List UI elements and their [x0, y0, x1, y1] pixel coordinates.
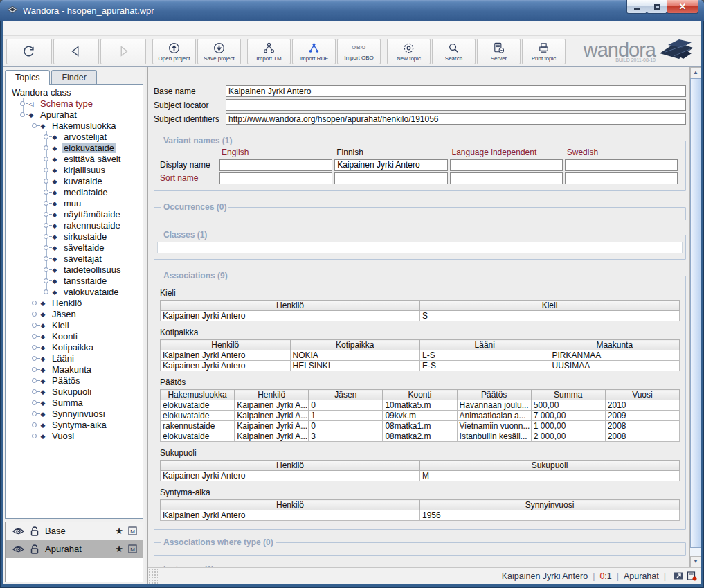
- table-cell[interactable]: Kaipainen Jyrki Antero: [161, 361, 291, 371]
- tree-expand-handle[interactable]: [44, 134, 48, 139]
- table-cell[interactable]: 2 000,00: [531, 431, 605, 442]
- tree-item[interactable]: ◆elokuvataide: [6, 142, 143, 153]
- table-cell[interactable]: 08matka1.m: [383, 421, 457, 431]
- table-row[interactable]: Kaipainen Jyrki AnteroHELSINKIE-SUUSIMAA: [161, 361, 680, 371]
- star-icon[interactable]: ★: [115, 526, 123, 536]
- column-header[interactable]: Henkilö: [161, 500, 420, 510]
- tree-expand-handle[interactable]: [44, 157, 48, 161]
- forward-button[interactable]: [100, 39, 146, 64]
- column-header[interactable]: Henkilö: [161, 340, 291, 350]
- table-cell[interactable]: 3: [309, 431, 383, 442]
- resize-grip[interactable]: [148, 568, 158, 584]
- menu-item[interactable]: [75, 27, 86, 30]
- tree-expand-handle[interactable]: [32, 312, 37, 317]
- menu-item[interactable]: [30, 27, 42, 30]
- tree-expand-handle[interactable]: [20, 101, 25, 106]
- eye-icon[interactable]: [12, 545, 24, 553]
- column-header[interactable]: Maakunta: [550, 340, 680, 350]
- table-cell[interactable]: Kaipainen Jyrki A...: [235, 421, 309, 431]
- print-topic-button[interactable]: Print topic: [522, 39, 566, 64]
- tree-expand-handle[interactable]: [32, 400, 37, 405]
- refresh-button[interactable]: [6, 39, 52, 64]
- tree-expand-handle[interactable]: [44, 201, 48, 206]
- tree-expand-handle[interactable]: [44, 168, 48, 172]
- column-header[interactable]: Lääni: [420, 340, 550, 350]
- tree-expand-handle[interactable]: [44, 223, 48, 228]
- table-row[interactable]: rakennustaideKaipainen Jyrki A...008matk…: [161, 421, 680, 431]
- tree-expand-handle[interactable]: [32, 422, 37, 427]
- table-cell[interactable]: 7 000,00: [531, 411, 605, 421]
- table-cell[interactable]: elokuvataide: [161, 431, 235, 442]
- tree-expand-handle[interactable]: [44, 245, 48, 250]
- table-cell[interactable]: 09kvk.m: [383, 411, 457, 421]
- column-header[interactable]: Koonti: [383, 390, 457, 400]
- menu-item[interactable]: [97, 27, 108, 30]
- table-cell[interactable]: 2010: [605, 400, 679, 411]
- table-cell[interactable]: 10matka5.m: [383, 400, 457, 411]
- column-header[interactable]: Kieli: [420, 301, 680, 311]
- column-header[interactable]: Sukupuoli: [420, 461, 680, 471]
- scrollbar-thumb[interactable]: [690, 78, 701, 548]
- tree-expand-handle[interactable]: [32, 345, 37, 350]
- tree-expand-handle[interactable]: [32, 434, 37, 438]
- display-name-finnish-input[interactable]: [334, 159, 447, 171]
- table-cell[interactable]: 0: [309, 400, 383, 411]
- tree-item[interactable]: ◆kirjallisuus: [6, 164, 143, 175]
- tree-item[interactable]: ◆Henkilö: [6, 297, 143, 308]
- table-cell[interactable]: 2008: [605, 421, 679, 431]
- menu-item[interactable]: [42, 27, 53, 30]
- tab-topics[interactable]: Topics: [5, 70, 50, 85]
- tree-expand-handle[interactable]: [44, 289, 48, 294]
- tree-expand-handle[interactable]: [32, 356, 37, 361]
- class-item[interactable]: [157, 242, 683, 253]
- table-cell[interactable]: UUSIMAA: [550, 361, 680, 371]
- tree-item[interactable]: ◁Schema type: [6, 98, 143, 109]
- tree-item[interactable]: ◆Summa: [6, 397, 143, 408]
- association-type-label[interactable]: Päätös: [160, 377, 680, 387]
- tree-item[interactable]: ◆Apurahat: [6, 109, 143, 120]
- tree-item[interactable]: ◆säveltäjät: [6, 253, 143, 264]
- table-cell[interactable]: M: [420, 471, 680, 481]
- tree-expand-handle[interactable]: [44, 278, 48, 283]
- menu-item[interactable]: [19, 27, 30, 30]
- table-cell[interactable]: E-S: [420, 361, 550, 371]
- column-header[interactable]: Hakemusluokka: [161, 390, 235, 400]
- table-cell[interactable]: 500,00: [531, 400, 605, 411]
- association-type-label[interactable]: Syntyma-aika: [160, 488, 680, 497]
- table-cell[interactable]: Kaipainen Jyrki A...: [235, 411, 309, 421]
- import-tm-button[interactable]: Import TM: [247, 39, 291, 64]
- tree-item[interactable]: ◆Maakunta: [6, 364, 143, 375]
- table-cell[interactable]: 1956: [420, 510, 680, 521]
- table-cell[interactable]: Animaatioalan a...: [457, 411, 531, 421]
- table-row[interactable]: elokuvataideKaipainen Jyrki A...109kvk.m…: [161, 411, 680, 421]
- tree-item[interactable]: ◆Jäsen: [6, 308, 143, 319]
- association-type-label[interactable]: Sukupuoli: [160, 448, 680, 458]
- import-obo-button[interactable]: OBO Import OBO: [337, 39, 381, 64]
- table-cell[interactable]: 08matka2.m: [383, 431, 457, 442]
- table-cell[interactable]: 0: [309, 421, 383, 431]
- tree-expand-handle[interactable]: [32, 411, 37, 416]
- tree-item[interactable]: ◆rakennustaide: [6, 220, 143, 231]
- close-button[interactable]: ✕: [667, 0, 698, 14]
- import-rdf-button[interactable]: Import RDF: [292, 39, 336, 64]
- sort-name-finnish-input[interactable]: [334, 172, 447, 184]
- server-button[interactable]: Server: [477, 39, 521, 64]
- tree-item[interactable]: ◆säveltaide: [6, 242, 143, 253]
- tree-item[interactable]: ◆Sukupuoli: [6, 386, 143, 397]
- layer-row[interactable]: Apurahat ★ M: [6, 540, 143, 558]
- tree-expand-handle[interactable]: [32, 323, 37, 328]
- tree-root[interactable]: Wandora class: [6, 87, 143, 98]
- menu-item[interactable]: [64, 27, 75, 30]
- table-cell[interactable]: 1: [309, 411, 383, 421]
- tree-item[interactable]: ◆taideteollisuus: [6, 264, 143, 275]
- tree-item[interactable]: ◆Hakemusluokka: [6, 120, 143, 131]
- tree-expand-handle[interactable]: [44, 179, 48, 184]
- subject-locator-input[interactable]: [226, 99, 686, 111]
- table-cell[interactable]: Istanbuliin kesäll...: [457, 431, 531, 442]
- column-header[interactable]: Summa: [531, 390, 605, 400]
- save-project-button[interactable]: Save project: [197, 39, 241, 64]
- column-header[interactable]: Henkilö: [161, 461, 420, 471]
- table-cell[interactable]: HELSINKI: [290, 361, 420, 371]
- new-topic-button[interactable]: New topic: [387, 39, 431, 64]
- table-row[interactable]: Kaipainen Jyrki AnteroS: [161, 311, 680, 321]
